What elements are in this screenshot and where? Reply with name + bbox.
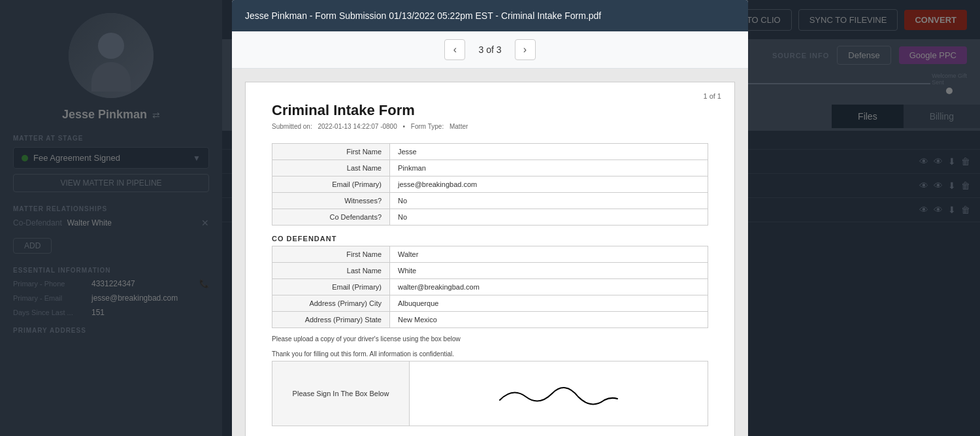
main-fields: First NameJesseLast NamePinkmanEmail (Pr… (272, 143, 708, 226)
field-value: Jesse (390, 144, 708, 159)
prev-page-button[interactable]: ‹ (444, 39, 465, 60)
signature-box: Please Sign In The Box Below (272, 361, 708, 426)
next-page-button[interactable]: › (515, 39, 536, 60)
field-label: Last Name (272, 160, 390, 176)
form-field-row: Address (Primary) StateNew Mexico (272, 311, 708, 328)
form-field-row: Last NamePinkman (272, 159, 708, 176)
field-label: Witnesses? (272, 193, 390, 209)
field-label: Last Name (272, 263, 390, 278)
field-value: White (390, 263, 708, 278)
form-title: Criminal Intake Form (272, 102, 708, 119)
field-value: No (390, 209, 708, 225)
form-field-row: Email (Primary)jesse@breakingbad.com (272, 176, 708, 193)
field-label: Email (Primary) (272, 176, 390, 192)
note-1: Please upload a copy of your driver's li… (272, 335, 708, 343)
field-label: Email (Primary) (272, 279, 390, 295)
form-document: 1 of 1 Criminal Intake Form Submitted on… (245, 82, 735, 436)
form-field-row: Email (Primary)walter@breakingbad.com (272, 278, 708, 295)
signature-label: Please Sign In The Box Below (272, 361, 410, 426)
form-type-value: Matter (449, 123, 468, 130)
modal-body: 1 of 1 Criminal Intake Form Submitted on… (232, 69, 748, 436)
form-type-label: Form Type: (411, 123, 444, 130)
field-value: No (390, 193, 708, 209)
field-value: jesse@breakingbad.com (390, 176, 708, 192)
modal-header: Jesse Pinkman - Form Submission 01/13/20… (232, 0, 748, 31)
modal-title: Jesse Pinkman - Form Submission 01/13/20… (245, 10, 601, 21)
modal: Jesse Pinkman - Form Submission 01/13/20… (232, 0, 748, 436)
modal-overlay: Jesse Pinkman - Form Submission 01/13/20… (0, 0, 980, 436)
form-field-row: First NameWalter (272, 246, 708, 263)
form-field-row: Witnesses?No (272, 192, 708, 209)
page-indicator: 3 of 3 (472, 44, 508, 55)
field-value: Albuquerque (390, 295, 708, 311)
form-field-row: First NameJesse (272, 143, 708, 160)
field-value: New Mexico (390, 312, 708, 327)
note-2: Thank you for filling out this form. All… (272, 350, 708, 358)
bullet: • (403, 123, 406, 130)
field-value: walter@breakingbad.com (390, 279, 708, 295)
submitted-label: Submitted on: (272, 123, 312, 130)
field-label: Address (Primary) City (272, 295, 390, 311)
co-defendant-fields: First NameWalterLast NameWhiteEmail (Pri… (272, 246, 708, 328)
signature-area (410, 361, 708, 426)
co-defendant-section-header: CO DEFENDANT (272, 235, 708, 243)
form-page-number: 1 of 1 (703, 92, 721, 100)
field-label: First Name (272, 144, 390, 159)
form-field-row: Last NameWhite (272, 262, 708, 279)
form-subtitle: Submitted on: 2022-01-13 14:22:07 -0800 … (272, 123, 708, 130)
field-label: Co Defendants? (272, 209, 390, 225)
field-label: Address (Primary) State (272, 312, 390, 327)
field-label: First Name (272, 246, 390, 262)
form-field-row: Address (Primary) CityAlbuquerque (272, 295, 708, 312)
modal-nav: ‹ 3 of 3 › (232, 31, 748, 69)
signature-svg (493, 374, 624, 413)
submitted-date: 2022-01-13 14:22:07 -0800 (318, 123, 397, 130)
field-value: Pinkman (390, 160, 708, 176)
field-value: Walter (390, 246, 708, 262)
form-field-row: Co Defendants?No (272, 209, 708, 226)
